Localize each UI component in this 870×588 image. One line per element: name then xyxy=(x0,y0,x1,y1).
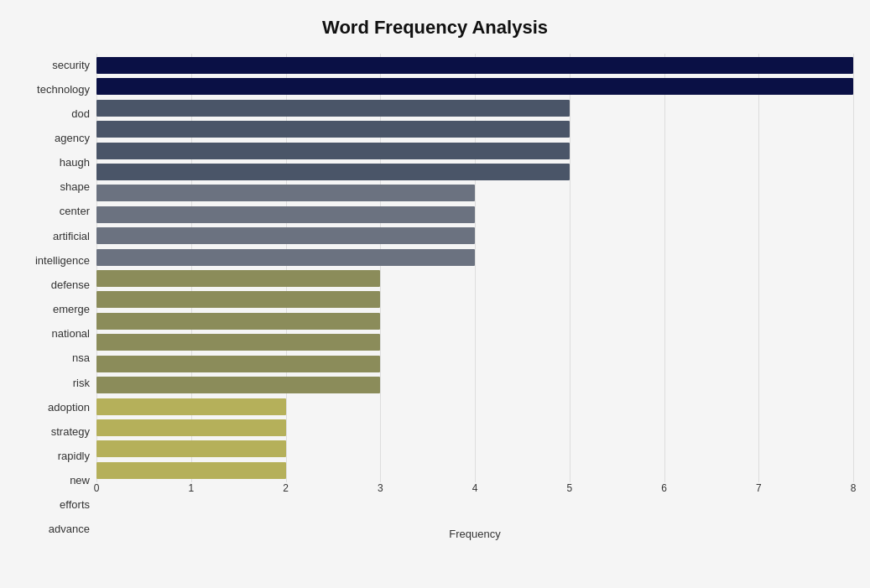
bar-row xyxy=(96,119,853,139)
y-label: defense xyxy=(51,273,90,295)
bar-row xyxy=(96,461,853,481)
bar xyxy=(96,57,853,74)
bar xyxy=(96,398,286,415)
y-label: center xyxy=(60,200,90,222)
bar-row xyxy=(96,311,853,331)
bar-row xyxy=(96,76,853,96)
x-tick-label: 8 xyxy=(851,482,857,494)
bar-row xyxy=(96,162,853,182)
bar-row xyxy=(96,354,853,374)
y-label: new xyxy=(70,470,90,492)
bar xyxy=(96,78,853,95)
y-label: shape xyxy=(60,176,90,198)
bar xyxy=(96,164,570,180)
bar xyxy=(96,440,286,457)
y-labels: securitytechnologydodagencyhaughshapecen… xyxy=(17,54,96,540)
bar xyxy=(96,121,570,138)
bottom-section: 012345678 Frequency xyxy=(96,482,853,540)
bar xyxy=(96,185,475,201)
y-label: rapidly xyxy=(58,445,90,467)
bar-row xyxy=(96,397,853,417)
x-tick-label: 4 xyxy=(472,482,478,494)
grid-line xyxy=(853,54,854,482)
bars-container xyxy=(96,54,853,482)
y-label: agency xyxy=(55,127,90,148)
bar xyxy=(96,313,380,330)
bar xyxy=(96,291,380,308)
y-label: artificial xyxy=(53,225,90,247)
bar xyxy=(96,462,286,479)
x-tick-label: 2 xyxy=(283,482,289,494)
bar xyxy=(96,143,570,159)
y-label: haugh xyxy=(60,152,90,174)
x-tick-label: 7 xyxy=(756,482,762,494)
x-axis-labels: 012345678 xyxy=(96,482,853,502)
y-label: adoption xyxy=(48,396,90,418)
chart-area: securitytechnologydodagencyhaughshapecen… xyxy=(17,54,853,540)
bar xyxy=(96,419,286,436)
x-tick-label: 1 xyxy=(188,482,194,494)
chart-container: Word Frequency Analysis securitytechnolo… xyxy=(0,0,870,588)
y-label: nsa xyxy=(72,347,90,369)
bar-row xyxy=(96,98,853,118)
bar-row xyxy=(96,418,853,438)
y-label: intelligence xyxy=(35,249,90,271)
bar-row xyxy=(96,141,853,161)
bar xyxy=(96,100,570,117)
bar-row xyxy=(96,375,853,395)
x-tick-label: 3 xyxy=(378,482,383,494)
bar-row xyxy=(96,226,853,246)
y-label: advance xyxy=(49,518,90,540)
bar-row xyxy=(96,55,853,75)
y-label: dod xyxy=(71,102,90,124)
bar xyxy=(96,249,475,266)
bar-row xyxy=(96,205,853,225)
x-axis-title: Frequency xyxy=(96,528,853,540)
bar xyxy=(96,356,380,372)
x-tick-label: 0 xyxy=(94,482,100,494)
bar xyxy=(96,377,380,393)
bar-row xyxy=(96,289,853,310)
bar-row xyxy=(96,247,853,268)
x-tick-label: 5 xyxy=(566,482,572,494)
y-label: technology xyxy=(37,78,90,100)
bar xyxy=(96,270,380,287)
bar xyxy=(96,227,475,244)
y-label: risk xyxy=(73,372,90,393)
y-label: efforts xyxy=(60,494,90,516)
bars-and-grid: 012345678 Frequency xyxy=(96,54,853,540)
y-label: security xyxy=(52,54,90,75)
y-label: strategy xyxy=(51,420,90,442)
bar-row xyxy=(96,332,853,352)
bar-row xyxy=(96,268,853,289)
bar xyxy=(96,206,475,223)
bar-row xyxy=(96,183,853,203)
y-label: emerge xyxy=(53,299,90,320)
bar xyxy=(96,334,380,351)
chart-title: Word Frequency Analysis xyxy=(17,17,853,39)
bar-row xyxy=(96,439,853,459)
y-label: national xyxy=(51,323,90,345)
x-tick-label: 6 xyxy=(661,482,667,494)
grid-and-bars xyxy=(96,54,853,482)
